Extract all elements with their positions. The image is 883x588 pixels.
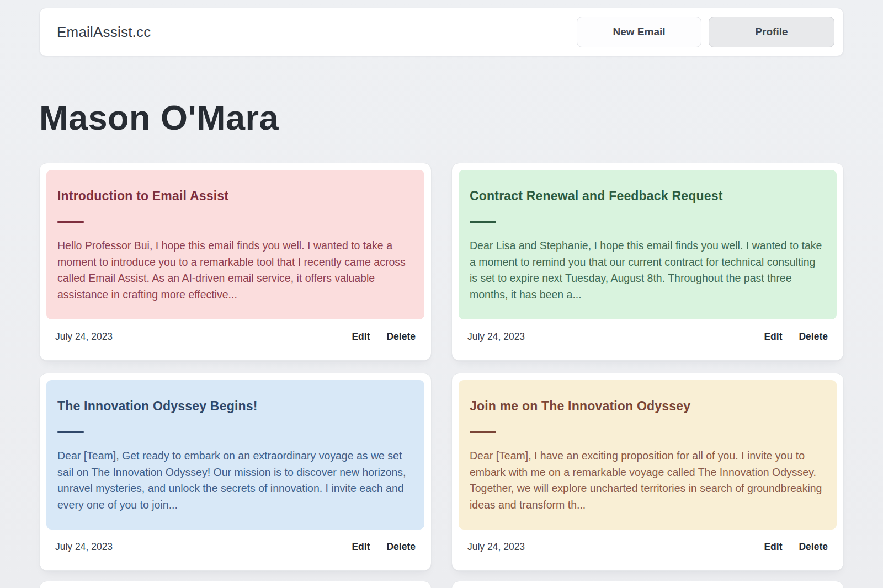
email-preview-text: Dear [Team], Get ready to embark on an e…	[57, 448, 413, 513]
email-date: July 24, 2023	[55, 541, 113, 553]
email-card-partial[interactable]	[39, 581, 432, 588]
profile-button[interactable]: Profile	[709, 17, 834, 47]
email-date: July 24, 2023	[467, 541, 525, 553]
email-title-divider	[470, 431, 496, 433]
new-email-button[interactable]: New Email	[577, 17, 701, 47]
email-preview-text: Hello Professor Bui, I hope this email f…	[57, 238, 413, 303]
edit-button[interactable]: Edit	[352, 331, 370, 343]
delete-button[interactable]: Delete	[386, 331, 416, 343]
email-date: July 24, 2023	[55, 331, 113, 343]
email-title: Contract Renewal and Feedback Request	[470, 190, 826, 202]
email-title-divider	[57, 221, 84, 223]
email-card: Introduction to Email Assist Hello Profe…	[39, 163, 432, 361]
email-actions: Edit Delete	[764, 541, 828, 553]
page-title: Mason O'Mara	[39, 100, 844, 135]
email-card: Contract Renewal and Feedback Request De…	[451, 163, 844, 361]
delete-button[interactable]: Delete	[386, 541, 416, 553]
brand-title: EmailAssist.cc	[57, 24, 151, 41]
email-preview-panel[interactable]: Contract Renewal and Feedback Request De…	[459, 170, 837, 319]
email-actions: Edit Delete	[352, 331, 416, 343]
email-title-divider	[470, 221, 496, 223]
app-header: EmailAssist.cc New Email Profile	[39, 8, 844, 56]
email-preview-panel[interactable]: Join me on The Innovation Odyssey Dear […	[459, 380, 837, 530]
email-title-divider	[57, 431, 84, 433]
email-grid: Introduction to Email Assist Hello Profe…	[39, 163, 844, 571]
email-preview-panel[interactable]: The Innovation Odyssey Begins! Dear [Tea…	[46, 380, 424, 530]
header-actions: New Email Profile	[577, 17, 834, 47]
delete-button[interactable]: Delete	[799, 331, 828, 343]
email-date: July 24, 2023	[467, 331, 525, 343]
email-actions: Edit Delete	[764, 331, 828, 343]
email-card: The Innovation Odyssey Begins! Dear [Tea…	[39, 373, 432, 571]
email-title: Introduction to Email Assist	[57, 190, 413, 202]
email-title: Join me on The Innovation Odyssey	[470, 400, 826, 413]
edit-button[interactable]: Edit	[764, 331, 782, 343]
edit-button[interactable]: Edit	[764, 541, 782, 553]
email-preview-panel[interactable]: Introduction to Email Assist Hello Profe…	[46, 170, 424, 319]
next-row-partial	[39, 581, 844, 588]
email-card-footer: July 24, 2023 Edit Delete	[459, 530, 837, 564]
edit-button[interactable]: Edit	[352, 541, 370, 553]
email-card-footer: July 24, 2023 Edit Delete	[46, 319, 424, 354]
email-preview-text: Dear Lisa and Stephanie, I hope this ema…	[470, 238, 826, 303]
email-card-partial[interactable]	[451, 581, 844, 588]
email-card-footer: July 24, 2023 Edit Delete	[459, 319, 837, 354]
delete-button[interactable]: Delete	[799, 541, 828, 553]
email-preview-text: Dear [Team], I have an exciting proposit…	[470, 448, 826, 513]
email-title: The Innovation Odyssey Begins!	[57, 400, 413, 413]
email-actions: Edit Delete	[352, 541, 416, 553]
email-card: Join me on The Innovation Odyssey Dear […	[451, 373, 844, 571]
page: EmailAssist.cc New Email Profile Mason O…	[0, 0, 883, 588]
email-card-footer: July 24, 2023 Edit Delete	[46, 530, 424, 564]
